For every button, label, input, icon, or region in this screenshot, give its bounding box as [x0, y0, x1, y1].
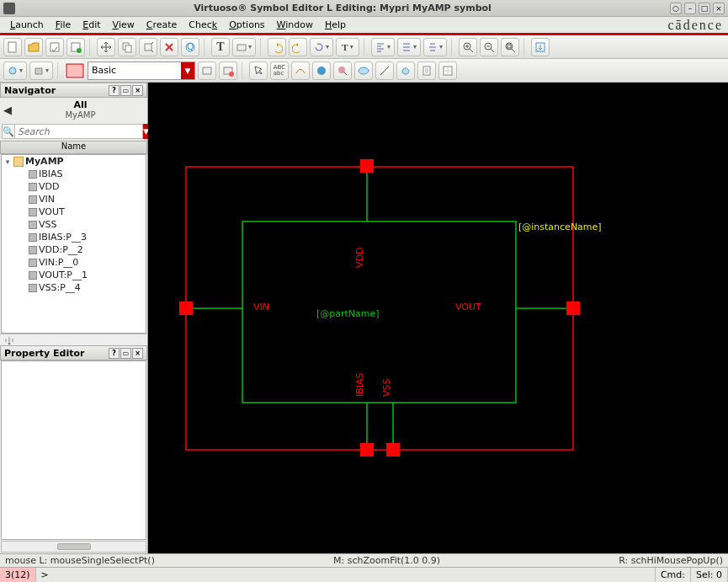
navigator-undock-icon[interactable]: ▭ — [120, 85, 131, 96]
menu-view[interactable]: View — [108, 18, 140, 32]
toolbar-main: Q T T — [0, 35, 728, 59]
label-ibias: IBIAS — [354, 372, 365, 397]
svg-point-12 — [506, 43, 513, 50]
close-icon[interactable]: × — [713, 3, 725, 14]
undo-icon[interactable] — [268, 38, 286, 56]
svg-rect-27 — [186, 167, 573, 450]
symbol-canvas[interactable]: VDD VIN VOUT IBIAS VSS [@partName] [@ins… — [148, 83, 728, 553]
status-errors[interactable]: 3(12) — [0, 568, 36, 582]
menu-create[interactable]: Create — [141, 18, 183, 32]
workspace-dropdown[interactable] — [3, 61, 27, 80]
ellipse-icon[interactable] — [354, 61, 373, 80]
layer-combo-arrow-icon[interactable]: ▼ — [181, 62, 194, 79]
menu-launch[interactable]: Launch — [5, 18, 49, 32]
tree-item[interactable]: VIN:P__0 — [2, 256, 146, 269]
abc-icon[interactable]: ABCabc — [270, 61, 289, 80]
pin-window-icon[interactable]: ○ — [670, 3, 682, 14]
move-icon[interactable] — [97, 38, 115, 56]
label-dropdown[interactable] — [232, 38, 256, 56]
zoom-out-icon[interactable] — [480, 38, 498, 56]
check-save-icon[interactable] — [66, 38, 85, 56]
tree-item[interactable]: VSS:P__4 — [2, 281, 146, 294]
wire-icon[interactable] — [291, 61, 310, 80]
svg-text:Q: Q — [187, 41, 194, 52]
nav-back-icon[interactable]: ◀ — [3, 104, 17, 116]
blob-icon[interactable] — [396, 61, 415, 80]
menu-window[interactable]: Window — [272, 18, 318, 32]
brand-logo: cādence — [667, 18, 723, 33]
menu-edit[interactable]: Edit — [77, 18, 105, 32]
search-input[interactable] — [14, 124, 143, 139]
svg-point-20 — [229, 72, 234, 77]
nav-list-header[interactable]: Name — [0, 141, 147, 154]
copy-icon[interactable] — [118, 38, 136, 56]
svg-rect-29 — [360, 159, 374, 173]
navigator-help-icon[interactable]: ? — [109, 85, 120, 96]
label-vin: VIN — [253, 302, 269, 312]
menu-help[interactable]: Help — [320, 18, 351, 32]
minimize-icon[interactable]: – — [684, 3, 696, 14]
align-left-dropdown[interactable] — [371, 38, 395, 56]
view-dropdown[interactable] — [29, 61, 53, 80]
label-vss: VSS — [381, 378, 392, 397]
delete-icon[interactable] — [160, 38, 178, 56]
cursor-shape-icon[interactable] — [333, 61, 352, 80]
open-icon[interactable] — [24, 38, 43, 56]
select-icon[interactable] — [249, 61, 268, 80]
propeditor-close-icon[interactable]: × — [132, 348, 143, 359]
tree-item[interactable]: VOUT — [2, 206, 146, 218]
layer-vis2-icon[interactable] — [219, 61, 237, 80]
rotate-dropdown[interactable] — [310, 38, 333, 56]
status-sel: Sel: 0 — [691, 568, 728, 582]
layer-vis1-icon[interactable] — [198, 61, 216, 80]
note-icon[interactable] — [417, 61, 436, 80]
grid-icon[interactable] — [438, 61, 457, 80]
align-center-dropdown[interactable] — [423, 38, 447, 56]
nav-all: All — [17, 100, 144, 110]
propeditor-scrollbar[interactable] — [1, 541, 146, 553]
layer-input[interactable] — [88, 62, 181, 79]
nav-tree[interactable]: ▾ MyAMP IBIASVDDVINVOUTVSSIBIAS:P__3VDD:… — [1, 154, 146, 334]
menu-options[interactable]: Options — [224, 18, 269, 32]
propeditor-header: Property Editor ? ▭ × — [0, 345, 147, 360]
svg-rect-13 — [507, 45, 511, 48]
zoom-in-icon[interactable] — [459, 38, 477, 56]
nav-lib: MyAMP — [17, 110, 144, 120]
svg-rect-30 — [179, 302, 193, 315]
zoom-fit-icon[interactable] — [501, 38, 519, 56]
descend-icon[interactable] — [531, 38, 550, 56]
cmd-prompt[interactable]: > — [36, 568, 656, 582]
text-icon[interactable]: T — [211, 38, 230, 56]
tree-item[interactable]: IBIAS — [2, 168, 146, 180]
propeditor-help-icon[interactable]: ? — [109, 348, 120, 359]
line-icon[interactable] — [375, 61, 394, 80]
align-dist-dropdown[interactable] — [397, 38, 421, 56]
new-icon[interactable] — [3, 38, 22, 56]
tree-item[interactable]: IBIAS:P__3 — [2, 231, 146, 243]
stretch-icon[interactable] — [139, 38, 157, 56]
tree-item[interactable]: VDD:P__2 — [2, 243, 146, 256]
propeditor-undock-icon[interactable]: ▭ — [120, 348, 131, 359]
save-icon[interactable] — [45, 38, 64, 56]
svg-rect-6 — [145, 44, 151, 51]
nav-resizer[interactable] — [0, 334, 147, 345]
svg-rect-33 — [386, 443, 400, 457]
propeditor-title: Property Editor — [4, 348, 84, 359]
properties-icon[interactable]: Q — [181, 38, 199, 56]
circle-fill-icon[interactable] — [312, 61, 331, 80]
svg-rect-31 — [566, 302, 580, 315]
maximize-icon[interactable]: □ — [699, 3, 710, 14]
menu-check[interactable]: Check — [183, 18, 222, 32]
tree-item[interactable]: VOUT:P__1 — [2, 269, 146, 281]
tree-item[interactable]: VDD — [2, 180, 146, 193]
toolbar-layer: ▼ ABCabc — [0, 59, 728, 83]
text-style-dropdown[interactable]: T — [336, 38, 359, 56]
tree-root[interactable]: ▾ MyAMP — [2, 155, 146, 168]
menu-file[interactable]: File — [50, 18, 76, 32]
layer-combo[interactable]: ▼ — [88, 61, 195, 80]
navigator-close-icon[interactable]: × — [132, 85, 143, 96]
tree-item[interactable]: VIN — [2, 193, 146, 206]
redo-icon[interactable] — [289, 38, 307, 56]
tree-item[interactable]: VSS — [2, 218, 146, 231]
svg-rect-18 — [203, 67, 211, 74]
